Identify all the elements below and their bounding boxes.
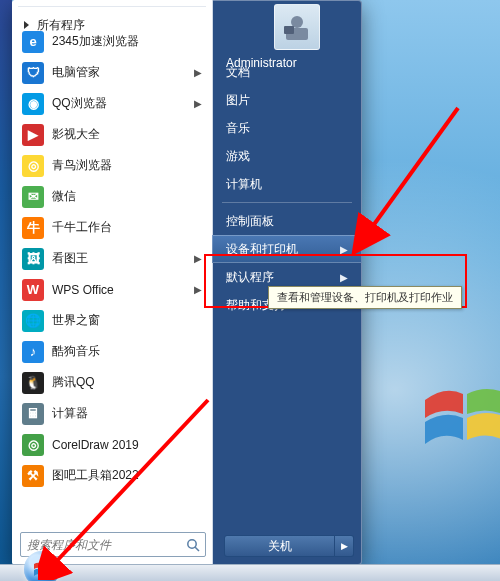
program-label: 青鸟浏览器 <box>52 157 112 174</box>
shutdown-label: 关机 <box>268 538 292 555</box>
places-label: 游戏 <box>226 148 250 165</box>
shutdown-group: 关机 ▶ <box>224 535 354 557</box>
program-item[interactable]: 🐧腾讯QQ <box>16 367 208 398</box>
user-name[interactable]: Administrator <box>226 56 297 70</box>
submenu-arrow-icon: ▶ <box>194 253 202 264</box>
search-input[interactable] <box>21 538 185 552</box>
program-label: 微信 <box>52 188 76 205</box>
program-label: 影视大全 <box>52 126 100 143</box>
submenu-arrow-icon: ▶ <box>194 67 202 78</box>
program-item[interactable]: ◎青鸟浏览器 <box>16 150 208 181</box>
programs-pane: e2345加速浏览器🛡电脑管家▶◉QQ浏览器▶▶影视大全◎青鸟浏览器✉微信牛千牛… <box>12 0 213 565</box>
app-icon: ◎ <box>22 155 44 177</box>
program-item[interactable]: 🖩计算器 <box>16 398 208 429</box>
places-pane: 文档图片音乐游戏计算机控制面板设备和打印机▶默认程序▶帮助和支持 <box>212 0 362 565</box>
svg-line-5 <box>370 108 458 230</box>
program-label: 图吧工具箱2022 <box>52 467 139 484</box>
program-item[interactable]: ✉微信 <box>16 181 208 212</box>
program-label: QQ浏览器 <box>52 95 107 112</box>
program-label: WPS Office <box>52 283 114 297</box>
program-item[interactable]: 🖼看图王▶ <box>16 243 208 274</box>
program-item[interactable]: ◉QQ浏览器▶ <box>16 88 208 119</box>
program-label: 腾讯QQ <box>52 374 95 391</box>
taskbar[interactable] <box>0 564 500 581</box>
places-label: 设备和打印机 <box>226 241 298 258</box>
submenu-arrow-icon: ▶ <box>194 284 202 295</box>
app-icon: 🖩 <box>22 403 44 425</box>
program-label: 世界之窗 <box>52 312 100 329</box>
windows-icon <box>33 560 51 578</box>
places-item[interactable]: 图片 <box>212 86 362 114</box>
places-label: 控制面板 <box>226 213 274 230</box>
places-label: 图片 <box>226 92 250 109</box>
app-icon: ▶ <box>22 124 44 146</box>
chevron-right-icon: ▶ <box>340 244 348 255</box>
program-item[interactable]: ▶影视大全 <box>16 119 208 150</box>
app-icon: 牛 <box>22 217 44 239</box>
desktop-windows-logo <box>415 360 500 460</box>
program-item[interactable]: ◎CorelDraw 2019 <box>16 429 208 460</box>
app-icon: 🐧 <box>22 372 44 394</box>
app-icon: ◎ <box>22 434 44 456</box>
program-item[interactable]: 牛千牛工作台 <box>16 212 208 243</box>
places-label: 计算机 <box>226 176 262 193</box>
program-item[interactable]: WWPS Office▶ <box>16 274 208 305</box>
avatar-icon <box>280 10 314 44</box>
user-avatar[interactable] <box>274 4 320 50</box>
program-label: 2345加速浏览器 <box>52 33 139 50</box>
program-label: 酷狗音乐 <box>52 343 100 360</box>
start-button[interactable] <box>24 551 60 581</box>
program-label: 电脑管家 <box>52 64 100 81</box>
svg-rect-4 <box>284 26 294 34</box>
svg-line-1 <box>195 547 199 551</box>
places-item[interactable]: 计算机 <box>212 170 362 198</box>
submenu-arrow-icon: ▶ <box>194 98 202 109</box>
menu-separator <box>222 202 352 203</box>
program-item[interactable]: ♪酷狗音乐 <box>16 336 208 367</box>
app-icon: 🛡 <box>22 62 44 84</box>
app-icon: 🌐 <box>22 310 44 332</box>
program-item[interactable]: e2345加速浏览器 <box>16 26 208 57</box>
places-label: 默认程序 <box>226 269 274 286</box>
program-item[interactable]: ⚒图吧工具箱2022 <box>16 460 208 491</box>
tooltip: 查看和管理设备、打印机及打印作业 <box>268 286 462 309</box>
program-item[interactable]: 🛡电脑管家▶ <box>16 57 208 88</box>
places-item[interactable]: 控制面板 <box>212 207 362 235</box>
shutdown-options-button[interactable]: ▶ <box>335 535 354 557</box>
shutdown-button[interactable]: 关机 <box>224 535 335 557</box>
svg-point-0 <box>188 539 196 547</box>
program-item[interactable]: 🌐世界之窗 <box>16 305 208 336</box>
places-item[interactable]: 游戏 <box>212 142 362 170</box>
desktop-left-edge <box>0 0 12 565</box>
program-label: CorelDraw 2019 <box>52 438 139 452</box>
annotation-arrow-top <box>350 100 470 270</box>
app-icon: ⚒ <box>22 465 44 487</box>
app-icon: e <box>22 31 44 53</box>
program-label: 千牛工作台 <box>52 219 112 236</box>
app-icon: ◉ <box>22 93 44 115</box>
program-label: 计算器 <box>52 405 88 422</box>
app-icon: ✉ <box>22 186 44 208</box>
app-icon: ♪ <box>22 341 44 363</box>
places-label: 音乐 <box>226 120 250 137</box>
start-menu: e2345加速浏览器🛡电脑管家▶◉QQ浏览器▶▶影视大全◎青鸟浏览器✉微信牛千牛… <box>12 0 362 565</box>
program-label: 看图王 <box>52 250 88 267</box>
app-icon: W <box>22 279 44 301</box>
app-icon: 🖼 <box>22 248 44 270</box>
search-icon <box>185 537 201 553</box>
chevron-right-icon: ▶ <box>340 272 348 283</box>
places-item[interactable]: 音乐 <box>212 114 362 142</box>
places-item[interactable]: 设备和打印机▶ <box>212 235 362 263</box>
